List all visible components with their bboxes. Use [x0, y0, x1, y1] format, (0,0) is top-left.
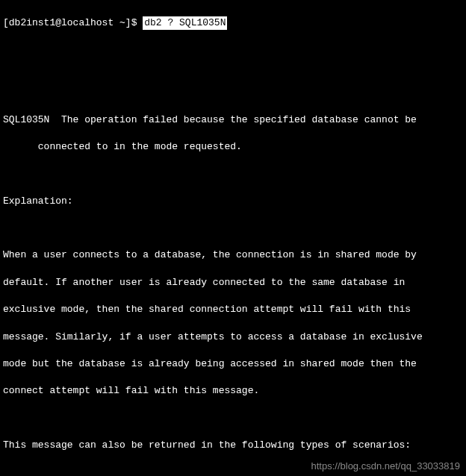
paragraph-line: message. Similarly, if a user attempts t…: [3, 331, 463, 344]
explanation-label: Explanation:: [3, 195, 463, 208]
paragraph-line: mode but the database is already being a…: [3, 357, 463, 371]
paragraph-line: This message can also be returned in the…: [3, 439, 463, 452]
paragraph-line: exclusive mode, then the shared connecti…: [3, 303, 463, 316]
error-message-header-cont: connected to in the mode requested.: [3, 140, 463, 154]
error-message-header: SQL1035N The operation failed because th…: [3, 113, 463, 127]
output-content: SQL1035N The operation failed because th…: [3, 46, 463, 476]
watermark-text: https://blog.csdn.net/qq_33033819: [311, 460, 461, 473]
paragraph-line: connect attempt will fail with this mess…: [3, 384, 463, 398]
command-text: db2 ? SQL1035N: [143, 16, 227, 30]
shell-prompt: [db2inst1@localhost ~]$: [3, 16, 143, 30]
paragraph-line: When a user connects to a database, the …: [3, 248, 463, 262]
blank-line: [3, 59, 463, 72]
blank-line: [3, 167, 463, 181]
paragraph-line: default. If another user is already conn…: [3, 276, 463, 289]
terminal-output[interactable]: [db2inst1@localhost ~]$ db2 ? SQL1035N S…: [3, 3, 463, 476]
blank-line: [3, 412, 463, 425]
command-line: [db2inst1@localhost ~]$ db2 ? SQL1035N: [3, 16, 463, 30]
blank-line: [3, 86, 463, 99]
blank-line: [3, 222, 463, 235]
